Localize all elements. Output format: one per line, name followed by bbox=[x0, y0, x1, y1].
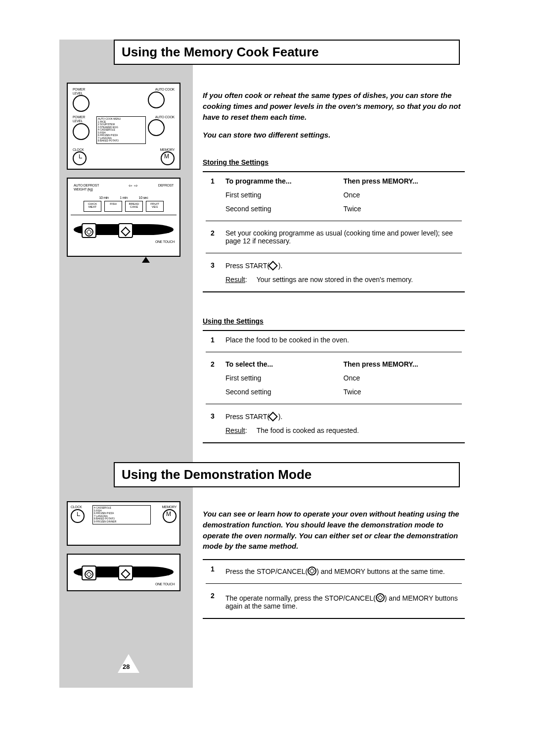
illustration-column: POWER LEVEL AUTO COOK POWER LEVEL bbox=[59, 83, 193, 445]
start-button bbox=[118, 223, 133, 238]
control-panel-small-top: CLOCK 4 CASSEROLE5 FISH6 FROZEN PIZZA7 L… bbox=[67, 501, 180, 546]
start-icon bbox=[269, 262, 276, 269]
intro-paragraph-demo: You can see or learn how to operate your… bbox=[203, 509, 465, 552]
intro-paragraph: If you often cook or reheat the same typ… bbox=[203, 90, 465, 122]
col-header: To select the... bbox=[222, 357, 341, 371]
cell: Twice bbox=[341, 202, 465, 216]
step-number: 1 bbox=[203, 562, 222, 578]
intro-paragraph-2: You can store two different settings. bbox=[203, 130, 465, 141]
col-header: Then press MEMORY... bbox=[341, 357, 465, 371]
dial-icon bbox=[148, 92, 165, 108]
stop-cancel-icon bbox=[85, 570, 93, 579]
control-panel-small-bottom: ONE TOUCH bbox=[67, 554, 180, 591]
heading-memory-cook: Using the Memory Cook Feature bbox=[114, 40, 460, 65]
stop-cancel-icon bbox=[308, 567, 316, 575]
step-number: 2 bbox=[203, 226, 222, 248]
stop-cancel-icon bbox=[85, 228, 93, 236]
heading-text: Using the Memory Cook Feature bbox=[122, 45, 452, 60]
pointer-arrow-icon bbox=[142, 257, 150, 263]
using-heading: Using the Settings bbox=[203, 317, 465, 325]
text-column: If you often cook or reheat the same typ… bbox=[193, 83, 470, 445]
clock-icon bbox=[71, 509, 85, 523]
start-icon bbox=[269, 413, 276, 420]
step-number: 3 bbox=[203, 258, 222, 273]
time-button: FRUITVEG bbox=[146, 201, 164, 212]
storing-heading: Storing the Settings bbox=[203, 158, 465, 166]
step-text: Place the food to be cooked in the oven. bbox=[222, 333, 465, 347]
dial-icon bbox=[148, 119, 165, 136]
stop-cancel-button bbox=[82, 223, 96, 238]
col-header: Then press MEMORY... bbox=[341, 174, 465, 188]
cell: Second setting bbox=[222, 202, 341, 216]
dial-icon bbox=[73, 123, 89, 140]
cell: Once bbox=[341, 188, 465, 202]
text-column-2: You can see or learn how to operate your… bbox=[193, 501, 470, 621]
stop-cancel-icon bbox=[376, 593, 385, 602]
cell: Once bbox=[341, 371, 465, 385]
step-number: 3 bbox=[203, 409, 222, 424]
start-icon bbox=[122, 228, 129, 235]
start-icon bbox=[122, 570, 129, 577]
stop-cancel-button bbox=[82, 566, 96, 580]
using-steps-table: 1 Place the food to be cooked in the ove… bbox=[203, 333, 465, 437]
step-number: 1 bbox=[203, 333, 222, 347]
cell: First setting bbox=[222, 371, 341, 385]
start-button bbox=[118, 566, 133, 580]
step-text: The operate normally, press the STOP/CAN… bbox=[222, 589, 465, 613]
heading-text: Using the Demonstration Mode bbox=[122, 467, 452, 482]
page-content: Using the Memory Cook Feature POWER LEVE… bbox=[59, 40, 470, 621]
step-number: 1 bbox=[203, 174, 222, 188]
col-header: To programme the... bbox=[222, 174, 341, 188]
dial-icon bbox=[73, 95, 89, 112]
time-button: FISH bbox=[104, 201, 122, 212]
time-button: CHICKMEAT bbox=[84, 201, 101, 212]
step-text: Press START( ). bbox=[222, 409, 465, 424]
memory-icon: M bbox=[161, 151, 175, 165]
page-number: 28 bbox=[123, 663, 130, 670]
illustration-column-2: CLOCK 4 CASSEROLE5 FISH6 FROZEN PIZZA7 L… bbox=[59, 501, 193, 621]
demo-steps-table: 1 Press the STOP/CANCEL() and MEMORY but… bbox=[203, 562, 465, 613]
cell: Twice bbox=[341, 385, 465, 399]
result-row: Result: The food is cooked as requested. bbox=[222, 424, 465, 437]
heading-demo-mode: Using the Demonstration Mode bbox=[114, 462, 460, 487]
page-sheet: Using the Memory Cook Feature POWER LEVE… bbox=[0, 0, 534, 756]
step-text: Press the STOP/CANCEL() and MEMORY butto… bbox=[222, 562, 465, 578]
step-text: Set your cooking programme as usual (coo… bbox=[222, 226, 465, 248]
cell: First setting bbox=[222, 188, 341, 202]
step-text: Press START( ). bbox=[222, 258, 465, 273]
result-row: Result: Your settings are now stored in … bbox=[222, 273, 465, 286]
time-button: BREADCAKE bbox=[125, 201, 143, 212]
step-number: 2 bbox=[203, 589, 222, 613]
memory-icon: M bbox=[163, 509, 177, 523]
control-panel-top: POWER LEVEL AUTO COOK POWER LEVEL bbox=[67, 83, 180, 170]
storing-steps-table: 1 To programme the... Then press MEMORY.… bbox=[203, 174, 465, 286]
clock-icon bbox=[73, 151, 87, 165]
control-panel-bottom: AUTO DEFROSTWEIGHT (kg) ⇦ ⇨ DEFROST 10 m… bbox=[67, 178, 180, 257]
step-number: 2 bbox=[203, 357, 222, 371]
cell: Second setting bbox=[222, 385, 341, 399]
